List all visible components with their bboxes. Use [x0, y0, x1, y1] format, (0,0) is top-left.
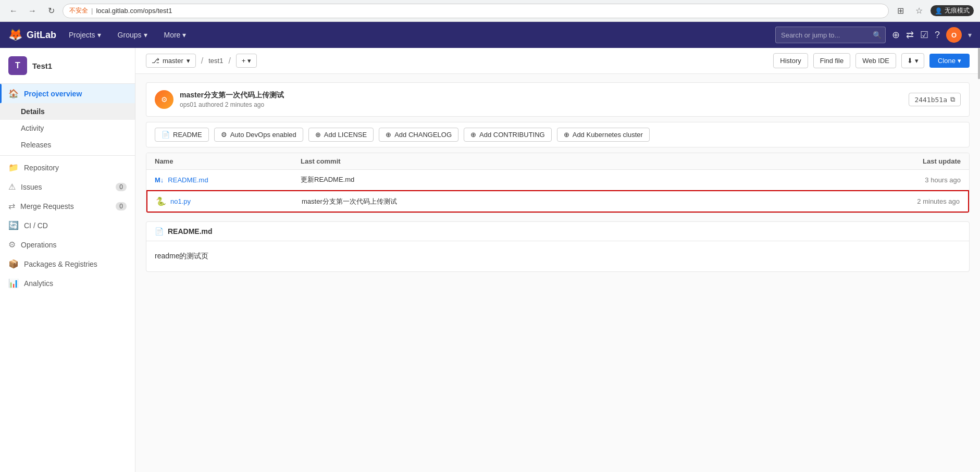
sidebar-nav: 🏠 Project overview Details Activity Rele… [0, 84, 135, 472]
commit-hash[interactable]: 2441b51a ⧉ [909, 93, 961, 106]
column-last-commit: Last commit [301, 157, 877, 165]
sidebar-item-label: Project overview [24, 90, 82, 98]
bookmark-button[interactable]: ☆ [912, 4, 926, 18]
sidebar-sub-item-activity[interactable]: Activity [0, 120, 135, 136]
web-ide-button[interactable]: Web IDE [855, 53, 896, 68]
readme-title: README.md [168, 227, 213, 235]
forward-button[interactable]: → [25, 4, 40, 18]
column-name: Name [155, 157, 301, 165]
gitlab-logo-text: GitLab [27, 30, 56, 41]
sidebar-item-label: Repository [24, 164, 59, 172]
file-table-header: Name Last commit Last update [146, 153, 969, 170]
help-icon[interactable]: ? [935, 30, 940, 41]
home-icon: 🏠 [8, 89, 19, 98]
address-bar[interactable]: 不安全 | local.gitlab.com/ops/test1 [63, 4, 889, 18]
add-changelog-button[interactable]: ⊕ Add CHANGELOG [379, 128, 458, 142]
avatar[interactable]: O [946, 27, 962, 43]
browser-bar: ← → ↻ 不安全 | local.gitlab.com/ops/test1 ⊞… [0, 0, 980, 22]
sidebar-item-repository[interactable]: 📁 Repository [0, 158, 135, 177]
sidebar-item-project-overview[interactable]: 🏠 Project overview [0, 84, 135, 103]
incognito-badge: 👤 无痕模式 [931, 5, 974, 16]
auto-devops-button[interactable]: ⚙ Auto DevOps enabled [214, 128, 303, 142]
add-contributing-button[interactable]: ⊕ Add CONTRIBUTING [464, 128, 552, 142]
sidebar-sub-item-releases[interactable]: Releases [0, 136, 135, 153]
nav-more[interactable]: More ▾ [160, 29, 191, 41]
translate-button[interactable]: ⊞ [893, 4, 908, 18]
readme-section: 📄 README.md readme的测试页 [146, 221, 970, 272]
path-root[interactable]: test1 [208, 57, 223, 65]
issues-icon: ⚠ [8, 182, 16, 192]
sidebar-sub-item-details[interactable]: Details [0, 103, 135, 120]
readme-header: 📄 README.md [146, 222, 969, 241]
sidebar-item-merge-requests[interactable]: ⇄ Merge Requests 0 [0, 196, 135, 216]
url-text: local.gitlab.com/ops/test1 [96, 7, 172, 15]
table-row: 🐍 no1.py master分支第一次代码上传测试 2 minutes ago [146, 190, 969, 213]
chevron-down-icon: ▾ [915, 57, 919, 65]
search-icon: 🔍 [873, 31, 882, 39]
chevron-down-icon: ▾ [144, 31, 147, 39]
search-input[interactable] [775, 27, 886, 43]
column-last-update: Last update [877, 157, 961, 165]
file-name-no1py[interactable]: 🐍 no1.py [156, 196, 302, 206]
readme-text: readme的测试页 [155, 252, 208, 260]
sidebar: T Test1 🏠 Project overview Details Activ… [0, 48, 135, 472]
chevron-down-icon: ▾ [247, 57, 251, 65]
readme-button[interactable]: 📄 README [155, 128, 209, 142]
nav-projects[interactable]: Projects ▾ [65, 29, 105, 41]
repository-icon: 📁 [8, 163, 19, 172]
sidebar-item-packages[interactable]: 📦 Packages & Registries [0, 254, 135, 274]
plus-icon: ⊕ [564, 131, 569, 139]
download-icon: ⬇ [907, 57, 913, 65]
chevron-down-icon: ▾ [97, 31, 101, 39]
sidebar-item-label: Merge Requests [20, 202, 74, 210]
action-bar: 📄 README ⚙ Auto DevOps enabled ⊕ Add LIC… [146, 122, 970, 147]
file-icon: 📄 [155, 227, 164, 235]
commit-msg-no1py: master分支第一次代码上传测试 [302, 197, 876, 206]
download-button[interactable]: ⬇ ▾ [901, 53, 924, 68]
commit-msg-readme: 更新README.md [301, 175, 877, 184]
plus-icon: ⊕ [315, 131, 321, 139]
sidebar-item-label: Packages & Registries [24, 260, 97, 268]
file-name-readme[interactable]: M↓ README.md [155, 176, 301, 184]
commit-message[interactable]: master分支第一次代码上传测试 [180, 91, 902, 100]
clone-label: Clone [938, 57, 956, 65]
copy-icon: ⧉ [950, 95, 955, 104]
branch-selector[interactable]: ⎇ master ▾ [146, 54, 196, 68]
python-icon: 🐍 [156, 196, 166, 206]
separator: | [91, 7, 93, 15]
clone-button[interactable]: Clone ▾ [929, 54, 970, 68]
add-license-button[interactable]: ⊕ Add LICENSE [308, 128, 374, 142]
chevron-down-icon: ▾ [958, 57, 961, 65]
readme-content: readme的测试页 [146, 241, 969, 271]
commit-info: ⚙ master分支第一次代码上传测试 ops01 authored 2 min… [146, 82, 970, 117]
operations-icon: ⚙ [8, 240, 16, 250]
table-row: M↓ README.md 更新README.md 3 hours ago [146, 170, 969, 190]
analytics-icon: 📊 [8, 278, 19, 288]
refresh-button[interactable]: ↻ [44, 4, 58, 18]
nav-groups[interactable]: Groups ▾ [114, 29, 152, 41]
chevron-down-icon[interactable]: ▾ [968, 31, 972, 39]
add-kubernetes-button[interactable]: ⊕ Add Kubernetes cluster [557, 128, 650, 142]
file-icon: 📄 [162, 131, 170, 139]
history-button[interactable]: History [773, 53, 808, 68]
security-warning: 不安全 [69, 6, 88, 15]
merge-requests-icon: ⇄ [8, 201, 15, 211]
commit-meta: ops01 authored 2 minutes ago [180, 101, 902, 108]
sidebar-item-operations[interactable]: ⚙ Operations [0, 235, 135, 254]
add-icon[interactable]: ⊕ [892, 29, 900, 41]
sidebar-project: T Test1 [0, 48, 135, 84]
sidebar-item-issues[interactable]: ⚠ Issues 0 [0, 177, 135, 196]
sidebar-item-cicd[interactable]: 🔄 CI / CD [0, 216, 135, 235]
last-update-no1py: 2 minutes ago [876, 197, 960, 205]
sidebar-item-label: Analytics [24, 279, 53, 288]
back-button[interactable]: ← [6, 4, 21, 18]
add-file-button[interactable]: + ▾ [236, 54, 257, 68]
gitlab-logo[interactable]: 🦊 GitLab [8, 28, 56, 42]
find-file-button[interactable]: Find file [813, 53, 851, 68]
issues-badge: 0 [116, 183, 127, 191]
merge-requests-icon[interactable]: ⇄ [906, 29, 914, 41]
todos-icon[interactable]: ☑ [920, 29, 928, 41]
content-area: ⎇ master ▾ / test1 / + ▾ History Find fi… [135, 48, 980, 472]
sidebar-item-analytics[interactable]: 📊 Analytics [0, 274, 135, 293]
path-separator: / [201, 56, 203, 66]
